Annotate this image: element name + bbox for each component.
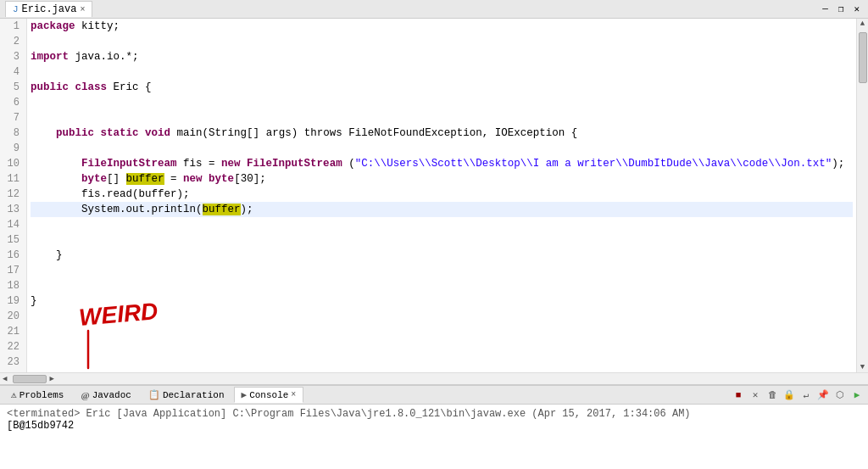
- remove-launch-button[interactable]: ✕: [748, 388, 763, 403]
- code-line-6: [31, 95, 853, 110]
- open-console-button[interactable]: ⬡: [832, 388, 848, 403]
- code-line-23: [31, 355, 853, 370]
- minimize-button[interactable]: —: [819, 3, 832, 14]
- tab-problems[interactable]: ⚠ Problems: [3, 387, 71, 403]
- tab-close-button[interactable]: ×: [80, 5, 85, 14]
- code-line-22: [31, 339, 853, 355]
- tab-console[interactable]: ▶ Console ×: [234, 387, 304, 403]
- console-toolbar: ■ ✕ 🗑 🔒 ↵ 📌 ⬡ ▶: [731, 388, 865, 403]
- code-line-9: [31, 141, 853, 156]
- code-line-18: [31, 278, 853, 293]
- scroll-right-button[interactable]: ▶: [47, 373, 56, 384]
- horizontal-scrollbar[interactable]: ◀ ▶: [0, 372, 868, 384]
- scroll-lock-button[interactable]: 🔒: [782, 388, 797, 403]
- restore-button[interactable]: ❐: [835, 3, 848, 14]
- console-icon: ▶: [242, 389, 248, 400]
- hscroll-thumb[interactable]: [13, 375, 47, 383]
- code-line-5: public class Eric {: [31, 80, 853, 95]
- code-line-24: [31, 370, 853, 372]
- editor-wrapper: 1234567891011121314151617181920212223242…: [0, 19, 868, 372]
- editor-tab[interactable]: J Eric.java ×: [5, 1, 92, 17]
- scroll-thumb[interactable]: [859, 32, 867, 83]
- code-line-17: [31, 263, 853, 278]
- vertical-scrollbar[interactable]: ▲ ▼: [856, 19, 868, 372]
- keyword-public: public: [31, 81, 69, 93]
- code-line-2: [31, 34, 853, 49]
- code-line-12: fis.read(buffer);: [31, 187, 853, 202]
- console-terminated-line: <terminated> Eric [Java Application] C:\…: [7, 408, 861, 420]
- declaration-icon: 📋: [148, 389, 160, 400]
- code-line-20: [31, 309, 853, 324]
- keyword-package: package: [31, 20, 75, 32]
- editor-scroll-area: 1234567891011121314151617181920212223242…: [0, 19, 856, 372]
- pin-console-button[interactable]: 📌: [815, 388, 831, 403]
- terminate-button[interactable]: ■: [731, 388, 746, 403]
- scroll-down-button[interactable]: ▼: [860, 362, 865, 372]
- code-line-13: System.out.println(buffer);: [31, 202, 853, 217]
- bottom-panel: ⚠ Problems @ Javadoc 📋 Declaration ▶ Con…: [0, 384, 868, 469]
- code-line-10: ⚠ FileInputStream fis = new FileInputStr…: [31, 156, 853, 171]
- tab-declaration[interactable]: 📋 Declaration: [141, 387, 232, 403]
- line-numbers: 1234567891011121314151617181920212223242…: [0, 19, 27, 372]
- code-line-1: package kitty;: [31, 19, 853, 34]
- problems-icon: ⚠: [11, 389, 17, 400]
- scroll-up-button[interactable]: ▲: [860, 19, 865, 29]
- console-output-line: [B@15db9742: [7, 420, 861, 432]
- code-line-7: [31, 110, 853, 126]
- javadoc-icon: @: [81, 390, 89, 400]
- tab-label: Eric.java: [22, 3, 77, 15]
- keyword-import: import: [31, 51, 69, 63]
- console-tab-close[interactable]: ×: [291, 390, 296, 399]
- code-line-15: [31, 232, 853, 248]
- console-output: <terminated> Eric [Java Application] C:\…: [0, 405, 868, 469]
- clear-console-button[interactable]: 🗑: [765, 388, 780, 403]
- code-line-21: [31, 324, 853, 339]
- window-controls: — ❐ ✕: [819, 3, 863, 14]
- close-button[interactable]: ✕: [850, 3, 863, 14]
- title-bar: J Eric.java × — ❐ ✕: [0, 0, 868, 19]
- word-wrap-button[interactable]: ↵: [798, 388, 814, 403]
- code-line-3: import java.io.*;: [31, 49, 853, 64]
- code-line-19: }: [31, 293, 853, 309]
- code-editor[interactable]: package kitty;import java.io.*;public cl…: [27, 19, 856, 372]
- tab-javadoc[interactable]: @ Javadoc: [73, 388, 138, 403]
- scroll-left-button[interactable]: ◀: [0, 373, 9, 384]
- code-line-8: ● public static void main(String[] args)…: [31, 126, 853, 141]
- code-line-4: [31, 64, 853, 80]
- code-line-11: byte[] buffer = new byte[30];: [31, 171, 853, 187]
- code-line-16: }: [31, 248, 853, 263]
- code-line-14: [31, 217, 853, 232]
- new-console-button[interactable]: ▶: [849, 388, 865, 403]
- tab-icon: J: [13, 4, 19, 14]
- bottom-tab-bar: ⚠ Problems @ Javadoc 📋 Declaration ▶ Con…: [0, 386, 868, 405]
